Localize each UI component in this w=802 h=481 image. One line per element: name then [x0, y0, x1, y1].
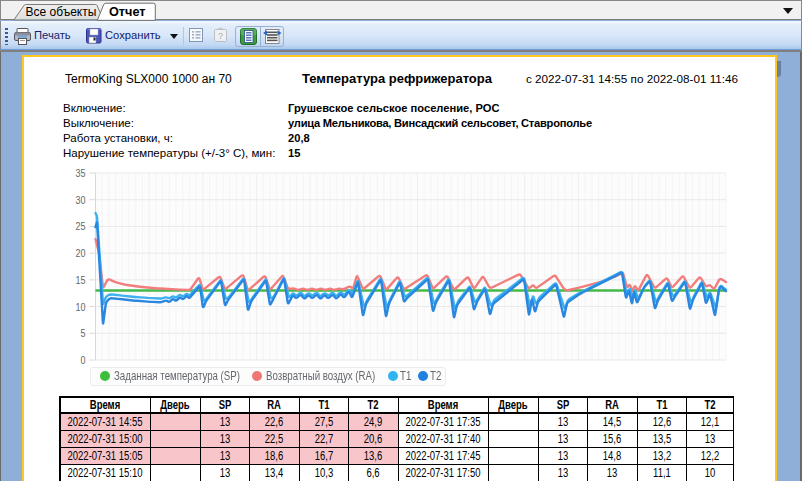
svg-text:Отчет: Отчет	[109, 5, 146, 19]
svg-text:15: 15	[76, 273, 86, 285]
svg-text:20: 20	[76, 247, 86, 259]
svg-text:0: 0	[81, 354, 86, 365]
svg-text:5: 5	[81, 327, 86, 339]
svg-text:?: ?	[218, 31, 223, 41]
svg-text:25: 25	[76, 220, 86, 232]
svg-text:Все объекты: Все объекты	[26, 5, 97, 19]
svg-text:35: 35	[76, 167, 86, 179]
svg-text:10: 10	[76, 300, 86, 312]
svg-text:30: 30	[76, 193, 86, 205]
